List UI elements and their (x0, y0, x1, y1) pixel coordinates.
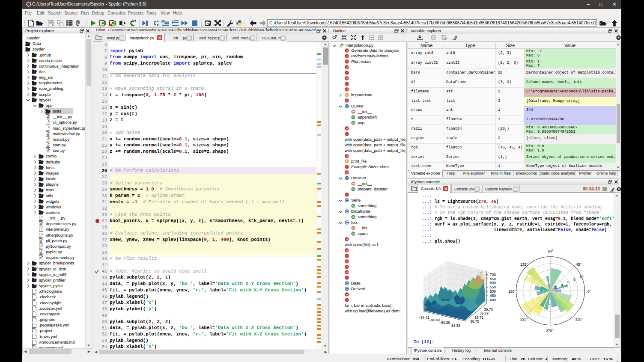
svg-text:0°: 0° (587, 289, 591, 294)
svg-text:450: 450 (490, 294, 496, 298)
svg-text:225°: 225° (520, 317, 528, 321)
svg-text:135°: 135° (520, 262, 528, 267)
svg-text:−84.40: −84.40 (429, 318, 440, 322)
svg-text:500: 500 (490, 289, 496, 294)
svg-text:600: 600 (490, 281, 496, 285)
svg-text:90°: 90° (548, 249, 553, 253)
svg-text:−84.38: −84.38 (449, 323, 460, 328)
svg-text:10: 10 (579, 275, 584, 279)
svg-text:2: 2 (555, 285, 557, 290)
svg-text:180°: 180° (508, 289, 516, 294)
svg-text:36.72: 36.72 (480, 311, 489, 315)
svg-text:270°: 270° (546, 329, 554, 333)
svg-text:400: 400 (490, 298, 496, 302)
svg-text:−84.41: −84.41 (418, 315, 429, 320)
svg-text:8: 8 (573, 277, 575, 282)
svg-text:36.70: 36.70 (470, 319, 479, 323)
svg-text:650: 650 (490, 277, 496, 281)
svg-text:315°: 315° (575, 317, 583, 321)
svg-text:700: 700 (490, 273, 496, 277)
svg-text:6: 6 (567, 280, 569, 284)
svg-text:550: 550 (490, 285, 496, 289)
svg-text:−84.39: −84.39 (439, 320, 450, 325)
svg-text:4: 4 (561, 283, 563, 287)
svg-text:45°: 45° (576, 262, 581, 267)
